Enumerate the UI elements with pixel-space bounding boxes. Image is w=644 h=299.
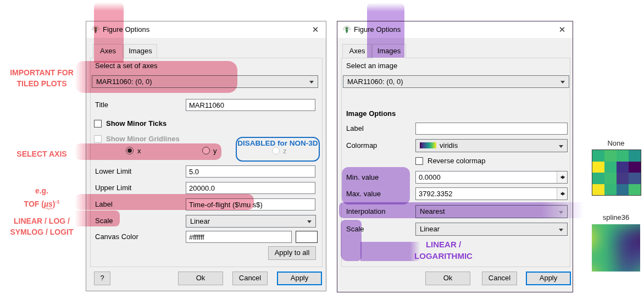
ok-button[interactable]: Ok (425, 272, 470, 285)
tab-images[interactable]: Images (124, 44, 157, 58)
title-bar[interactable]: Figure Options ✕ (337, 21, 573, 38)
preview-spline36-title: spline36 (592, 213, 640, 222)
annotation-eg: e.g. (0, 185, 84, 196)
annotation-scale-options: LINEAR / LOG / SYMLOG / LOGIT (0, 215, 84, 237)
cancel-button[interactable]: Cancel (482, 272, 517, 285)
apply-button[interactable]: Apply (526, 272, 571, 285)
title-bar[interactable]: Figure Options ✕ (86, 21, 326, 38)
help-button[interactable]: ? (94, 272, 110, 285)
tab-images[interactable]: Images (372, 44, 406, 58)
annotation-important-tiled: IMPORTANT FOR TILED PLOTS (0, 67, 84, 89)
matplotlib-icon (91, 25, 100, 34)
preview-none-title: None (592, 139, 640, 147)
tab-pane (90, 58, 323, 267)
annotation-select-axis: SELECT AXIS (0, 148, 84, 159)
preview-spline36-image (592, 224, 640, 272)
annotation-tof-example: e.g. TOF (µs)-1 (0, 185, 84, 209)
window-title: Figure Options (103, 21, 149, 38)
screenshot-stage: IMPORTANT FOR TILED PLOTS SELECT AXIS e.… (0, 0, 644, 299)
tab-pane (341, 58, 570, 267)
disabled-non3d-callout: DISABLED for NON-3D (236, 137, 320, 162)
annotation-image-scale-options: LINEAR / LOGARITHMIC (399, 239, 487, 262)
annotation-tof: TOF (µs)-1 (0, 196, 84, 209)
preview-none-image (592, 150, 641, 196)
window-title: Figure Options (354, 21, 401, 38)
ok-button[interactable]: Ok (178, 272, 223, 285)
close-icon[interactable]: ✕ (556, 24, 568, 35)
apply-button[interactable]: Apply (277, 272, 322, 285)
tab-axes[interactable]: Axes (342, 44, 372, 58)
viridis-pixel-grid (592, 150, 641, 195)
cancel-button[interactable]: Cancel (232, 272, 268, 285)
matplotlib-icon (342, 25, 351, 34)
viridis-smooth-grid (592, 224, 640, 272)
close-icon[interactable]: ✕ (309, 24, 321, 35)
tab-axes[interactable]: Axes (93, 44, 123, 58)
